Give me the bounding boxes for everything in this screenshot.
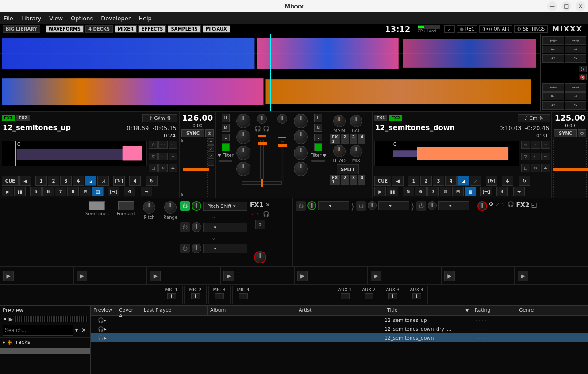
deck1-hotcue-3[interactable]: 3 <box>60 176 72 186</box>
maximize-button[interactable]: □ <box>561 1 571 11</box>
fx1-formant-toggle[interactable] <box>118 201 134 210</box>
menu-file[interactable]: File <box>4 15 13 22</box>
table-row[interactable]: 🎧▸ 12_semitones_up · · · · · <box>91 316 588 324</box>
deck2-fx2-assign[interactable]: FX2 <box>389 115 402 121</box>
deck1-beats-earlier-icon[interactable]: ⇤⇤ <box>542 36 564 45</box>
deck1-hotcue-1[interactable]: 1 <box>35 176 47 186</box>
fx1-slot3-power[interactable]: ⏻ <box>180 244 190 253</box>
ch1-gain-slider[interactable] <box>219 160 232 162</box>
row3-rating[interactable]: · · · · · <box>472 335 516 341</box>
deck2-leader-icon[interactable]: ♔ <box>578 129 586 137</box>
deck2-overview[interactable]: C <box>374 141 519 166</box>
deck2-beatjump-icon[interactable]: ◢ <box>457 176 469 186</box>
sampler-5[interactable] <box>294 267 368 284</box>
headmix-knob[interactable] <box>350 145 362 157</box>
deck1-dots2[interactable]: ⋯ <box>169 141 177 149</box>
close-button[interactable]: ✕ <box>576 1 585 11</box>
deck2-bars-icon[interactable]: ≡ <box>541 153 550 160</box>
deck2-rate-fader[interactable] <box>553 138 587 197</box>
fx2-slot1-select[interactable]: --- ▾ <box>318 201 349 210</box>
menu-options[interactable]: Options <box>71 15 93 22</box>
deck1-rate-down-icon[interactable]: + <box>208 160 214 166</box>
sampler-4[interactable]: ˄˅ <box>220 267 294 284</box>
fx1-close-icon[interactable]: ✕ <box>265 201 270 208</box>
deck2-quantize-icon[interactable]: ⊂ <box>531 153 540 160</box>
deck2-eject-icon[interactable]: ⏏ <box>541 164 550 172</box>
fx2-slot2-power[interactable]: ⏻ <box>356 201 366 211</box>
chevron-updown-icon[interactable]: ⇅ <box>167 115 171 121</box>
table-row[interactable]: 🎧▸ 12_semitones_down_dry_... · · · · · <box>91 324 588 333</box>
menu-library[interactable]: Library <box>21 15 41 22</box>
deck2-pause-button[interactable]: ▮▮ <box>387 187 398 196</box>
deck1-loopsize-4[interactable]: 4 <box>129 176 141 186</box>
ch2-eq-low[interactable] <box>294 146 308 160</box>
sampler-2[interactable] <box>73 267 147 284</box>
deck2-hotcue-3[interactable]: 3 <box>433 176 444 186</box>
deck2-star-icon[interactable]: ☆ <box>521 141 530 149</box>
deck2-slip-icon[interactable]: □ <box>521 164 530 172</box>
deck1-star-icon[interactable]: ☆ <box>149 141 158 149</box>
deck2-loop-out-icon[interactable]: ↷ <box>565 101 587 110</box>
toggle-waveforms[interactable]: WAVEFORMS <box>46 25 84 33</box>
deck1-back-button[interactable]: ◀ <box>19 176 31 186</box>
deck1-reloop-icon[interactable]: ↻ <box>146 176 158 186</box>
fx1-chevron-down-icon[interactable]: ⌄ <box>180 214 247 220</box>
deck1-intro-icon[interactable]: ▽ <box>149 153 158 160</box>
ch2-pfl-l[interactable]: L <box>314 134 322 141</box>
ch2-gain-slider[interactable] <box>311 160 325 162</box>
fx2-slot3-power[interactable]: ⏻ <box>416 201 426 211</box>
deck2-loop-in-icon[interactable]: ↶ <box>542 101 564 110</box>
sampler-page-down-icon[interactable]: ˅ <box>238 276 240 280</box>
aux2-add-button[interactable]: + <box>365 293 373 299</box>
search-input[interactable] <box>3 325 73 336</box>
deck2-loop-icon[interactable]: [↻] <box>486 176 497 186</box>
deck1-hotcue-2[interactable]: 2 <box>48 176 59 186</box>
col-preview[interactable]: Preview <box>91 306 116 315</box>
toggle-effects[interactable]: EFFECTS <box>138 25 166 33</box>
headphones-icon[interactable]: 🎧 <box>254 126 261 132</box>
sampler-4-play[interactable] <box>223 271 234 281</box>
aux3-add-button[interactable]: + <box>388 293 397 299</box>
mic4-add-button[interactable]: + <box>239 293 248 299</box>
crossfader[interactable] <box>242 181 282 185</box>
col-cover[interactable]: Cover A <box>116 306 141 315</box>
deck1-hotcue-7[interactable]: 7 <box>55 187 66 196</box>
deck2-hotcue-1[interactable]: 1 <box>408 176 419 186</box>
ch1-pfl-h[interactable]: H <box>222 114 230 122</box>
tree-tracks[interactable]: ▸◉Tracks <box>0 338 90 347</box>
ch2-pfl-button[interactable] <box>314 143 322 151</box>
col-title[interactable]: Title▼ <box>384 306 472 315</box>
main-knob[interactable] <box>333 115 346 127</box>
deck2-cue-button[interactable]: CUE <box>374 176 391 186</box>
row1-rating[interactable]: · · · · · <box>472 317 516 323</box>
deck2-hotcue-6[interactable]: 6 <box>415 187 427 196</box>
preview-prev-icon[interactable]: ◄ <box>3 316 6 322</box>
deck1-nudge-fwd-icon[interactable]: ⇥ <box>565 46 587 54</box>
ch2-volume-fader[interactable] <box>281 141 284 181</box>
deck1-overview[interactable]: C <box>2 141 147 166</box>
deck1-eject-icon[interactable]: ⏏ <box>169 164 177 172</box>
fx1-slot2-select[interactable]: --- ▾ <box>203 223 247 232</box>
ch1-filter-knob[interactable] <box>236 162 250 176</box>
deck1-grid-icon[interactable]: ▧ <box>92 187 104 196</box>
deck1-play-button[interactable]: ▶ <box>2 187 13 196</box>
sampler-6-play[interactable] <box>371 271 381 281</box>
deck1-beats-later-icon[interactable]: ⇥⇥ <box>565 36 587 45</box>
ch2-eq-mid[interactable] <box>294 130 308 144</box>
main-fx1[interactable]: FX 1 <box>330 134 340 144</box>
toggle-4decks[interactable]: 4 DECKS <box>85 25 113 33</box>
fx1-slot2-power[interactable]: ⏻ <box>180 222 190 232</box>
deck1-hotcue-6[interactable]: 6 <box>42 187 54 196</box>
deck2-hotcue-4[interactable]: 4 <box>445 176 457 186</box>
deck2-beatjump-4[interactable]: 4 <box>496 187 508 196</box>
deck1-loop-in-icon[interactable]: ↶ <box>542 54 564 63</box>
sampler-1[interactable] <box>0 267 73 284</box>
deck2-reloop-icon[interactable]: ↻ <box>519 176 530 186</box>
deck1-bpm[interactable]: 126.00 <box>182 113 213 122</box>
deck1-nudge-back-icon[interactable]: ⇤ <box>542 46 564 54</box>
deck1-rate-center-icon[interactable]: ⟋ <box>208 145 214 152</box>
split-button[interactable]: SPLIT <box>337 164 359 174</box>
sampler-3[interactable] <box>147 267 220 284</box>
main-fx4[interactable]: 4 <box>358 134 365 144</box>
deck2-hotcue-8[interactable]: 8 <box>440 187 451 196</box>
